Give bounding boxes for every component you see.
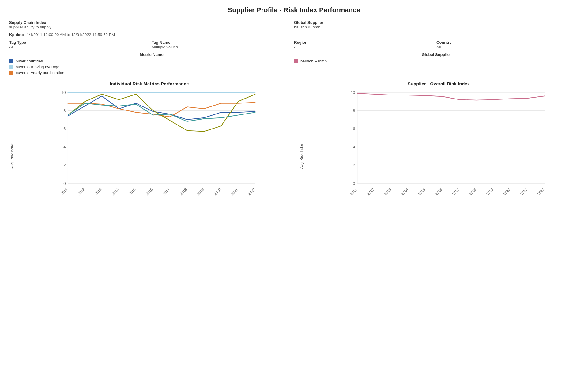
- tag-name-label: Tag Name: [152, 40, 291, 45]
- chart2-svg: 0246810201120122013201420152016201720182…: [314, 89, 579, 205]
- svg-text:2022: 2022: [537, 187, 545, 196]
- svg-text:2014: 2014: [400, 187, 409, 196]
- svg-text:2012: 2012: [366, 187, 375, 196]
- filter-row: Tag Type All Tag Name Multiple values Re…: [9, 40, 579, 49]
- svg-text:6: 6: [63, 126, 66, 131]
- svg-text:2020: 2020: [213, 187, 222, 196]
- legend-item: buyers - yearly participation: [9, 70, 294, 75]
- tag-type-label: Tag Type: [9, 40, 149, 45]
- tag-type-value: All: [9, 45, 149, 49]
- charts-row: Individual Risk Metrics Performance Avg.…: [9, 81, 579, 223]
- region-value: All: [294, 45, 433, 49]
- svg-text:4: 4: [353, 145, 355, 149]
- svg-text:2015: 2015: [128, 187, 137, 196]
- supply-chain-index-value: supplier ability to supply: [9, 25, 294, 29]
- svg-text:10: 10: [61, 90, 66, 95]
- svg-text:2018: 2018: [468, 187, 477, 196]
- svg-text:6: 6: [353, 126, 355, 131]
- svg-text:2019: 2019: [485, 187, 494, 196]
- chart2-title: Supplier - Overall Risk Index: [299, 81, 579, 86]
- svg-text:8: 8: [353, 108, 355, 113]
- chart1-wrapper: Avg. Risk Index 024681020112012201320142…: [9, 89, 289, 223]
- legend-item: buyer countries: [9, 59, 294, 63]
- chart1-svg: 0246810201120122013201420152016201720182…: [24, 89, 289, 205]
- svg-text:2019: 2019: [196, 187, 205, 196]
- legend-metrics: buyer countriesbuyers - moving averagebu…: [9, 59, 294, 75]
- chart1-area: 0246810201120122013201420152016201720182…: [24, 89, 289, 205]
- chart1-title: Individual Risk Metrics Performance: [9, 81, 289, 86]
- tag-type-block: Tag Type All: [9, 40, 152, 49]
- svg-text:2016: 2016: [434, 187, 443, 196]
- legend-item: bausch & lomb: [294, 59, 579, 63]
- global-supplier-value: bausch & lomb: [294, 25, 579, 29]
- kpidate-value: 1/1/2011 12:00:00 AM to 12/31/2022 11:59…: [27, 32, 115, 37]
- chart2-wrapper: Avg. Risk Index 024681020112012201320142…: [299, 89, 579, 223]
- page-title: Supplier Profile - Risk Index Performanc…: [9, 6, 579, 14]
- svg-text:0: 0: [63, 181, 66, 186]
- legend-suppliers: bausch & lomb: [294, 59, 579, 63]
- svg-text:2: 2: [353, 163, 355, 167]
- country-label: Country: [436, 40, 576, 45]
- global-supplier-label: Global Supplier: [294, 20, 579, 25]
- global-supplier-block: Global Supplier bausch & lomb: [294, 20, 579, 30]
- kpidate-label: Kpidate: [9, 32, 24, 37]
- chart2-area: 0246810201120122013201420152016201720182…: [314, 89, 579, 205]
- svg-text:2017: 2017: [162, 187, 171, 196]
- svg-text:2021: 2021: [519, 187, 528, 196]
- svg-text:4: 4: [63, 145, 66, 149]
- svg-text:2013: 2013: [94, 187, 103, 196]
- legend-right: Global Supplier bausch & lomb: [294, 52, 579, 76]
- svg-text:2015: 2015: [417, 187, 426, 196]
- svg-text:2013: 2013: [383, 187, 392, 196]
- meta-section: Supply Chain Index supplier ability to s…: [9, 20, 579, 30]
- country-value: All: [436, 45, 576, 49]
- svg-text:10: 10: [351, 90, 355, 95]
- svg-text:8: 8: [63, 108, 66, 113]
- tag-name-value: Multiple values: [152, 45, 291, 49]
- kpidate-row: Kpidate 1/1/2011 12:00:00 AM to 12/31/20…: [9, 32, 579, 37]
- svg-text:2012: 2012: [77, 187, 86, 196]
- svg-text:2011: 2011: [60, 187, 69, 196]
- global-supplier-title: Global Supplier: [294, 52, 579, 57]
- svg-text:2: 2: [63, 163, 66, 167]
- metric-name-title: Metric Name: [9, 52, 294, 57]
- legend-item: buyers - moving average: [9, 65, 294, 69]
- chart1-y-label: Avg. Risk Index: [10, 143, 14, 169]
- svg-text:2014: 2014: [111, 187, 120, 196]
- chart2-y-label: Avg. Risk Index: [300, 143, 304, 169]
- supply-chain-index-label: Supply Chain Index: [9, 20, 294, 25]
- svg-text:2017: 2017: [451, 187, 460, 196]
- region-block: Region All: [294, 40, 436, 49]
- svg-text:2020: 2020: [502, 187, 511, 196]
- legend-left: Metric Name buyer countriesbuyers - movi…: [9, 52, 294, 76]
- supply-chain-index-block: Supply Chain Index supplier ability to s…: [9, 20, 294, 30]
- svg-text:2021: 2021: [230, 187, 239, 196]
- svg-text:2018: 2018: [179, 187, 188, 196]
- svg-text:2016: 2016: [145, 187, 154, 196]
- chart1-container: Individual Risk Metrics Performance Avg.…: [9, 81, 289, 223]
- svg-text:0: 0: [353, 181, 355, 186]
- chart2-container: Supplier - Overall Risk Index Avg. Risk …: [299, 81, 579, 223]
- region-label: Region: [294, 40, 433, 45]
- legend-section: Metric Name buyer countriesbuyers - movi…: [9, 52, 579, 76]
- tag-name-block: Tag Name Multiple values: [152, 40, 294, 49]
- svg-text:2022: 2022: [247, 187, 256, 196]
- svg-text:2011: 2011: [349, 187, 358, 196]
- country-block: Country All: [436, 40, 579, 49]
